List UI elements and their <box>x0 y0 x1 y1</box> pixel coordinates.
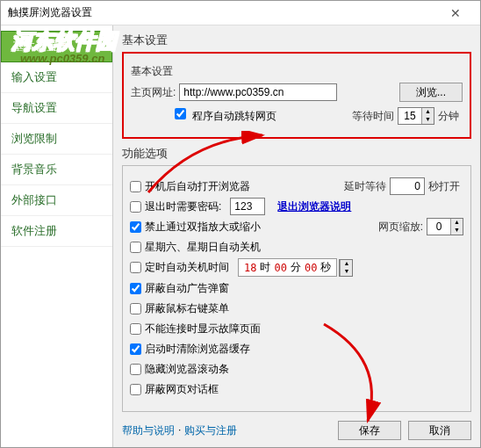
chevron-down-icon[interactable]: ▼ <box>340 268 352 276</box>
delay-input[interactable] <box>390 177 425 195</box>
opt-block-ads[interactable]: 屏蔽自动广告弹窗 <box>130 281 229 296</box>
time-spinner[interactable]: ▲▼ <box>339 259 353 277</box>
settings-window: 触摸屏浏览器设置 ✕ 河东软件园 www.pc0359.cn 基本设置 输入设置… <box>0 0 481 448</box>
save-button[interactable]: 保存 <box>338 421 401 440</box>
home-url-input[interactable] <box>179 83 337 101</box>
window-title: 触摸屏浏览器设置 <box>8 5 438 20</box>
chevron-down-icon[interactable]: ▼ <box>450 227 463 235</box>
sidebar-item-basic[interactable]: 基本设置 <box>1 31 112 62</box>
opt-offline-page[interactable]: 不能连接时显示故障页面 <box>130 322 261 336</box>
content-area: 基本设置 输入设置 导航设置 浏览限制 背景音乐 外部接口 软件注册 基本设置 … <box>1 25 480 447</box>
basic-heading: 基本设置 <box>122 33 471 48</box>
sidebar-item-nav[interactable]: 导航设置 <box>1 93 112 124</box>
auto-jump-checkbox[interactable] <box>175 108 186 119</box>
time-input[interactable]: 18时 00分 00秒 <box>238 258 337 277</box>
home-url-label: 主页网址: <box>131 85 176 100</box>
help-link[interactable]: 帮助与说明 <box>122 423 175 438</box>
opt-weekend-shutdown[interactable]: 星期六、星期日自动关机 <box>130 240 261 255</box>
wait-input[interactable] <box>398 108 421 124</box>
close-icon[interactable]: ✕ <box>438 4 473 23</box>
group-label: 基本设置 <box>131 64 173 79</box>
opt-autostart[interactable]: 开机后自动打开浏览器 <box>130 179 250 194</box>
chevron-up-icon[interactable]: ▲ <box>450 219 463 227</box>
exit-browser-link[interactable]: 退出浏览器说明 <box>277 199 351 214</box>
buy-link[interactable]: 购买与注册 <box>184 423 237 438</box>
titlebar: 触摸屏浏览器设置 ✕ <box>1 1 480 25</box>
zoom-spinner[interactable]: ▲▼ <box>427 218 463 235</box>
sidebar-item-music[interactable]: 背景音乐 <box>1 155 112 185</box>
main-panel: 基本设置 基本设置 主页网址: 浏览... 程序自动跳转网页 <box>113 25 480 447</box>
wait-spinner[interactable]: ▲▼ <box>398 107 434 125</box>
sidebar-item-register[interactable]: 软件注册 <box>1 216 112 247</box>
opt-clear-cache[interactable]: 启动时清除浏览器缓存 <box>130 342 250 357</box>
browse-button[interactable]: 浏览... <box>399 83 463 102</box>
chevron-up-icon[interactable]: ▲ <box>340 260 352 268</box>
wait-label: 等待时间 <box>352 109 394 124</box>
opt-block-rightclick[interactable]: 屏蔽鼠标右键菜单 <box>130 301 229 316</box>
opt-exit-password[interactable]: 退出时需要密码: <box>130 199 221 214</box>
sidebar: 基本设置 输入设置 导航设置 浏览限制 背景音乐 外部接口 软件注册 <box>1 25 113 447</box>
chevron-up-icon[interactable]: ▲ <box>421 108 434 116</box>
opt-timed-shutdown[interactable]: 定时自动关机时间 <box>130 260 229 275</box>
sidebar-item-input[interactable]: 输入设置 <box>1 62 112 93</box>
footer: 帮助与说明 · 购买与注册 保存 取消 <box>122 421 471 440</box>
opt-hide-scrollbar[interactable]: 隐藏浏览器滚动条 <box>130 362 229 377</box>
password-input[interactable] <box>230 198 265 215</box>
auto-jump-checkbox-label[interactable]: 程序自动跳转网页 <box>175 108 276 124</box>
sidebar-item-limit[interactable]: 浏览限制 <box>1 124 112 155</box>
options-fieldset: 开机后自动打开浏览器 延时等待 秒打开 退出时需要密码: 退出浏览器说明 禁止通… <box>122 165 471 412</box>
cancel-button[interactable]: 取消 <box>408 421 471 440</box>
opt-disable-pinch[interactable]: 禁止通过双指放大或缩小 <box>130 220 261 235</box>
opt-block-dialogs[interactable]: 屏蔽网页对话框 <box>130 382 219 397</box>
sidebar-item-external[interactable]: 外部接口 <box>1 185 112 216</box>
wait-unit: 分钟 <box>438 109 459 124</box>
chevron-down-icon[interactable]: ▼ <box>421 116 434 124</box>
basic-fieldset: 基本设置 主页网址: 浏览... 程序自动跳转网页 等待时间 <box>122 52 471 139</box>
options-heading: 功能选项 <box>122 146 471 162</box>
